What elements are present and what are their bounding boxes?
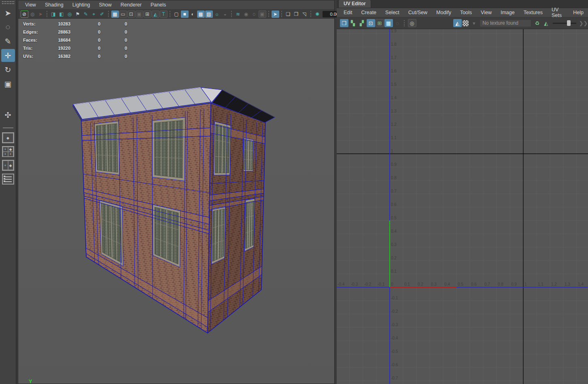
- textured-display-icon[interactable]: ▩: [197, 11, 205, 18]
- stack-shells-icon[interactable]: ▚: [349, 19, 357, 27]
- move-tool-icon[interactable]: ✛: [1, 49, 15, 62]
- uv-canvas[interactable]: -0.4-0.3-0.2-0.100.10.20.30.40.50.60.70.…: [337, 29, 588, 384]
- uv-tick-label: -0.7: [391, 376, 398, 380]
- uv-tick-label: -0.1: [391, 296, 398, 300]
- depth-of-field-icon[interactable]: ◌: [250, 11, 258, 18]
- unstack-shells-icon[interactable]: ▞: [358, 19, 366, 27]
- image-dim-slider[interactable]: [553, 20, 576, 26]
- shade-uvs-icon[interactable]: ◌: [393, 19, 402, 27]
- select-camera-icon[interactable]: ◨: [50, 11, 57, 18]
- occlusion-icon[interactable]: ≋: [234, 11, 242, 18]
- uv-tick-label: -0.3: [351, 282, 358, 286]
- rotate-tool-icon[interactable]: ↻: [1, 63, 15, 76]
- layout-two-pane-button[interactable]: +◆: [2, 160, 14, 171]
- viewport-menu-shading[interactable]: Shading: [40, 1, 68, 9]
- motion-blur-icon[interactable]: ◉: [242, 11, 250, 18]
- display-image-icon[interactable]: ⊡: [367, 19, 375, 27]
- uv-tick-label: -0.5: [391, 349, 398, 354]
- scale-tool-icon[interactable]: ▣: [1, 77, 15, 90]
- viewport-menu-lighting[interactable]: Lighting: [68, 1, 95, 9]
- lasso-select-tool-icon[interactable]: ◌: [1, 21, 15, 34]
- select-tool-icon[interactable]: ➤: [1, 6, 15, 19]
- uv-tick-label: 0.4: [444, 282, 450, 286]
- viewport-3d[interactable]: Verts:1028300Edges:2886300Faces:1868400T…: [18, 19, 334, 384]
- uv-distortion-icon[interactable]: ❒: [340, 19, 348, 27]
- universal-manipulator-icon[interactable]: ✣: [1, 108, 15, 121]
- layout-four-pane-button[interactable]: +◆++: [2, 146, 14, 157]
- slider-handle[interactable]: [567, 20, 571, 26]
- image-plane-icon[interactable]: ◭: [152, 11, 159, 18]
- uv-menu-edit[interactable]: Edit: [339, 8, 357, 17]
- paint-select-tool-icon[interactable]: ✎: [1, 35, 15, 48]
- field-chart-icon[interactable]: ⊞: [144, 11, 151, 18]
- expand-toolbar-icon[interactable]: ❯❯: [579, 19, 588, 27]
- smooth-shade-display-icon[interactable]: ■: [181, 11, 189, 18]
- rgb-channels-icon[interactable]: ♻: [533, 19, 541, 27]
- uv-tick-label: 0.7: [484, 282, 490, 286]
- uv-menu-tools[interactable]: Tools: [456, 8, 476, 17]
- toolbar-separator: [47, 11, 47, 17]
- alpha-channel-icon[interactable]: ◭: [542, 19, 550, 27]
- viewport-menu-renderer[interactable]: Renderer: [116, 1, 146, 9]
- exposure-icon[interactable]: ✺: [314, 11, 321, 18]
- viewport-menu-panels[interactable]: Panels: [146, 1, 170, 9]
- uv-menu-help[interactable]: Help: [569, 8, 588, 17]
- uv-tick-label: -0.1: [378, 282, 385, 286]
- uv-menu-modify[interactable]: Modify: [432, 8, 456, 17]
- image-display-icon[interactable]: ◭: [453, 19, 462, 27]
- bookmark-icon[interactable]: ⚑: [74, 11, 82, 18]
- grid-display-icon[interactable]: ▦: [111, 11, 119, 18]
- isolate-add-selected-icon[interactable]: ❐: [293, 11, 300, 18]
- wireframe-override-icon[interactable]: ⊘: [21, 11, 28, 18]
- uv-snapshot-icon[interactable]: ◎: [408, 19, 416, 27]
- wireframe-on-shaded-icon[interactable]: ▨: [205, 11, 213, 18]
- uv-tick-label: -0.6: [391, 363, 398, 367]
- uv-menu-create[interactable]: Create: [357, 8, 381, 17]
- paint-viewport-icon[interactable]: ✐: [98, 11, 106, 18]
- layout-outliner-button[interactable]: [2, 174, 14, 185]
- lights-icon[interactable]: ☼: [213, 11, 221, 18]
- gate-mask-icon[interactable]: ▣: [136, 11, 143, 18]
- uv-menu-select[interactable]: Select: [381, 8, 404, 17]
- shading-sphere-dim-icon[interactable]: ◍: [29, 11, 36, 18]
- uv-tick-label: 1.3: [391, 109, 397, 113]
- uv-editor-panel: UV Editor EditCreateSelectCut/SewModifyT…: [337, 0, 588, 384]
- viewport-menubar: ViewShadingLightingShowRendererPanels: [18, 0, 334, 10]
- texture-dropdown-arrow-icon[interactable]: ▾: [470, 19, 478, 27]
- isolate-view-selected-icon[interactable]: ◹: [301, 11, 308, 18]
- uv-tick-label: 1.7: [391, 55, 397, 60]
- uv-tick-label: 1: [391, 149, 393, 153]
- uv-menu-uv-sets[interactable]: UV Sets: [547, 6, 569, 19]
- texture-status-field[interactable]: No texture found: [480, 19, 531, 27]
- uv-menu-view[interactable]: View: [476, 8, 496, 17]
- fog-icon[interactable]: ▣: [259, 11, 266, 18]
- pixel-grid-icon[interactable]: ▦: [384, 19, 393, 27]
- wireframe-display-icon[interactable]: ▢: [173, 11, 180, 18]
- layout-single-pane-button[interactable]: ◆: [2, 132, 14, 143]
- isolate-select-icon[interactable]: ❏: [284, 11, 292, 18]
- viewport-menu-view[interactable]: View: [21, 1, 40, 9]
- uv-menu-textures[interactable]: Textures: [519, 8, 547, 17]
- building-model[interactable]: [18, 19, 334, 384]
- uv-tick-label: 1.4: [578, 282, 584, 286]
- viewport-menu-show[interactable]: Show: [95, 1, 116, 9]
- camera-attributes-icon[interactable]: ◎: [66, 11, 74, 18]
- pan-zoom-icon[interactable]: ⌖: [90, 11, 98, 18]
- display-filtered-icon[interactable]: ⊞: [376, 19, 384, 27]
- shadows-icon[interactable]: ◒: [221, 11, 229, 18]
- film-gate-icon[interactable]: ▭: [119, 11, 127, 18]
- grease-pencil-icon[interactable]: ✎: [82, 11, 90, 18]
- uv-editor-tab[interactable]: UV Editor: [338, 0, 371, 8]
- uv-tick-label: 0.9: [511, 282, 517, 286]
- lock-camera-icon[interactable]: ◧: [58, 11, 66, 18]
- hud-text-icon[interactable]: T: [160, 11, 168, 18]
- flat-shade-display-icon[interactable]: ◐: [189, 11, 197, 18]
- selection-highlighting-icon[interactable]: ➤: [272, 11, 279, 18]
- resolution-gate-icon[interactable]: ⊡: [127, 11, 135, 18]
- select-cursor-dim-icon[interactable]: ➤: [37, 11, 45, 18]
- checker-texture-icon[interactable]: [463, 20, 469, 26]
- uv-menu-cut-sew[interactable]: Cut/Sew: [404, 8, 432, 17]
- uv-menu-image[interactable]: Image: [496, 8, 519, 17]
- toolbox-grip-handle[interactable]: [2, 1, 14, 4]
- uv-tick-label: 0.6: [391, 202, 397, 207]
